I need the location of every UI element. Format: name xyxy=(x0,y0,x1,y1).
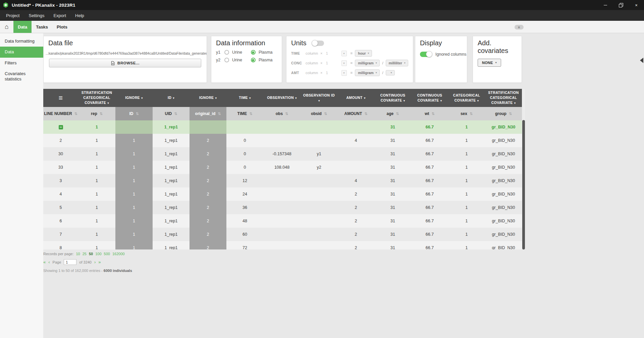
browse-button[interactable]: BROWSE... xyxy=(49,59,201,67)
column-type-dropdown[interactable]: STRATIFICATION CATEGORICAL COVARIATE ▾ xyxy=(485,89,522,107)
records-option-162000[interactable]: 162000 xyxy=(112,252,125,256)
table-row[interactable]: 33111_rep120108.048y23166.71gr_BID_N30 xyxy=(43,161,522,174)
sort-icon[interactable]: ⇅ xyxy=(218,112,221,116)
y1-plasma-radio[interactable] xyxy=(251,50,256,55)
sidebar-item-data[interactable]: Data xyxy=(0,47,43,57)
column-header-original_id[interactable]: original_id⇅ xyxy=(190,107,226,120)
time-unit-dropdown[interactable]: hour▾ xyxy=(355,50,372,57)
sort-icon[interactable]: ⇅ xyxy=(136,112,139,116)
sort-icon[interactable]: ⇅ xyxy=(100,112,103,116)
y1-urine-label[interactable]: Urine xyxy=(232,50,242,55)
conc-factor-value[interactable]: 1 xyxy=(325,61,339,65)
close-button[interactable]: × xyxy=(629,0,644,10)
table-row[interactable]: 8111_rep127223166.71gr_BID_N30 xyxy=(43,241,522,249)
expand-right-panel-arrow[interactable] xyxy=(640,58,643,63)
table-row[interactable]: −11_rep13166.71gr_BID_N30 xyxy=(43,120,522,134)
conc-unit-dropdown[interactable]: milligram▾ xyxy=(355,60,380,66)
column-header-group[interactable]: group⇅ xyxy=(485,107,522,120)
column-header-age[interactable]: age⇅ xyxy=(374,107,411,120)
table-row[interactable]: 2111_rep12043166.71gr_BID_N30 xyxy=(43,134,522,147)
tab-tasks[interactable]: Tasks xyxy=(32,21,52,33)
column-type-dropdown[interactable]: STRATIFICATION CATEGORICAL COVARIATE ▾ xyxy=(78,89,115,107)
menu-help[interactable]: Help xyxy=(75,13,84,18)
conc-unit2-dropdown[interactable]: milliliter▾ xyxy=(386,60,409,66)
sort-icon[interactable]: ⇅ xyxy=(432,112,435,116)
y2-urine-radio[interactable] xyxy=(224,58,229,62)
column-header-ID[interactable]: ID⇅ xyxy=(115,107,153,120)
column-type-dropdown[interactable]: OBSERVATION ID ▾ xyxy=(301,89,337,107)
table-row[interactable]: 4111_rep122423166.71gr_BID_N30 xyxy=(43,187,522,201)
y2-plasma-radio[interactable] xyxy=(251,58,256,62)
table-row[interactable]: 3111_rep121243166.71gr_BID_N30 xyxy=(43,174,522,187)
column-type-dropdown[interactable]: AMOUNT ▾ xyxy=(337,89,374,107)
time-factor-dropdown-icon[interactable]: ▾ xyxy=(341,51,347,56)
column-type-dropdown[interactable]: CONTINUOUS COVARIATE ▾ xyxy=(411,89,448,107)
records-option-500[interactable]: 500 xyxy=(104,252,110,256)
units-toggle[interactable] xyxy=(312,41,324,46)
column-header-TIME[interactable]: TIME⇅ xyxy=(226,107,263,120)
column-header-AMOUNT[interactable]: AMOUNT⇅ xyxy=(337,107,374,120)
table-row[interactable]: 5111_rep123623166.71gr_BID_N30 xyxy=(43,201,522,214)
conc-factor-dropdown-icon[interactable]: ▾ xyxy=(341,60,347,66)
records-option-100[interactable]: 100 xyxy=(95,252,101,256)
column-header-UID[interactable]: UID⇅ xyxy=(153,107,190,120)
column-header-sex[interactable]: sex⇅ xyxy=(448,107,485,120)
sort-icon[interactable]: ⇅ xyxy=(396,112,399,116)
page-input[interactable] xyxy=(64,259,76,265)
menu-settings[interactable]: Settings xyxy=(29,13,44,18)
sort-icon[interactable]: ⇅ xyxy=(174,112,177,116)
minimize-button[interactable] xyxy=(598,0,613,10)
y2-urine-label[interactable]: Urine xyxy=(232,58,242,62)
records-option-50[interactable]: 50 xyxy=(89,252,93,256)
column-header-obsid[interactable]: obsid⇅ xyxy=(301,107,337,120)
column-type-dropdown[interactable]: OBSERVATION ▾ xyxy=(263,89,301,107)
restore-button[interactable] xyxy=(613,0,629,10)
scrollbar-thumb[interactable] xyxy=(522,120,525,249)
home-icon[interactable]: ⌂ xyxy=(0,21,13,33)
table-scrollbar[interactable] xyxy=(522,89,525,249)
y2-plasma-label[interactable]: Plasma xyxy=(259,58,273,62)
sidebar-item-data-formatting[interactable]: Data formatting xyxy=(0,36,43,47)
first-page-button[interactable]: « xyxy=(43,260,46,265)
y1-plasma-label[interactable]: Plasma xyxy=(259,50,273,55)
menu-project[interactable]: Project xyxy=(6,13,19,18)
column-header-wt[interactable]: wt⇅ xyxy=(411,107,448,120)
collapse-group-icon[interactable]: − xyxy=(59,125,63,129)
menu-export[interactable]: Export xyxy=(53,13,66,18)
comments-button[interactable]: ≡ xyxy=(515,25,524,30)
prev-page-button[interactable]: ‹ xyxy=(48,260,50,265)
time-factor-value[interactable]: 1 xyxy=(325,51,339,55)
column-header-LINE NUMBER[interactable]: LINE NUMBER⇅ xyxy=(43,107,78,120)
sort-icon[interactable]: ⇅ xyxy=(249,112,252,116)
last-page-button[interactable]: » xyxy=(98,260,101,265)
records-option-10[interactable]: 10 xyxy=(76,252,80,256)
tab-data[interactable]: Data xyxy=(13,21,32,33)
sort-icon[interactable]: ⇅ xyxy=(364,112,367,116)
sidebar-item-covariates-statistics[interactable]: Covariates statistics xyxy=(0,68,43,85)
amt-unit2-dropdown[interactable]: ▾ xyxy=(386,70,395,75)
sort-icon[interactable]: ⇅ xyxy=(509,112,512,116)
table-row[interactable]: 30111_rep120-0.157348y13166.71gr_BID_N30 xyxy=(43,147,522,161)
amt-factor-dropdown-icon[interactable]: ▾ xyxy=(341,70,347,76)
column-type-dropdown[interactable]: CONTINUOUS COVARIATE ▾ xyxy=(374,89,411,107)
column-type-dropdown[interactable]: IGNORE ▾ xyxy=(190,89,226,107)
sort-icon[interactable]: ⇅ xyxy=(285,112,288,116)
column-type-dropdown[interactable]: ID ▾ xyxy=(153,89,190,107)
records-option-25[interactable]: 25 xyxy=(83,252,87,256)
amt-factor-value[interactable]: 1 xyxy=(325,71,339,75)
columns-menu-button[interactable]: ≡ xyxy=(43,89,78,107)
y1-urine-radio[interactable] xyxy=(224,50,229,55)
column-header-obs[interactable]: obs⇅ xyxy=(263,107,301,120)
sidebar-item-filters[interactable]: Filters xyxy=(0,58,43,68)
column-type-dropdown[interactable]: IGNORE ▾ xyxy=(115,89,153,107)
add-covariates-none-dropdown[interactable]: NONE ▾ xyxy=(478,59,501,67)
table-row[interactable]: 6111_rep124823166.71gr_BID_N30 xyxy=(43,214,522,228)
column-header-rep[interactable]: rep⇅ xyxy=(78,107,115,120)
tab-plots[interactable]: Plots xyxy=(52,21,72,33)
ignored-columns-toggle[interactable] xyxy=(420,52,432,57)
column-type-dropdown[interactable]: TIME ▾ xyxy=(226,89,263,107)
next-page-button[interactable]: › xyxy=(94,260,96,265)
amt-unit-dropdown[interactable]: milligram▾ xyxy=(355,69,380,76)
column-type-dropdown[interactable]: CATEGORICAL COVARIATE ▾ xyxy=(448,89,485,107)
sort-icon[interactable]: ⇅ xyxy=(470,112,473,116)
